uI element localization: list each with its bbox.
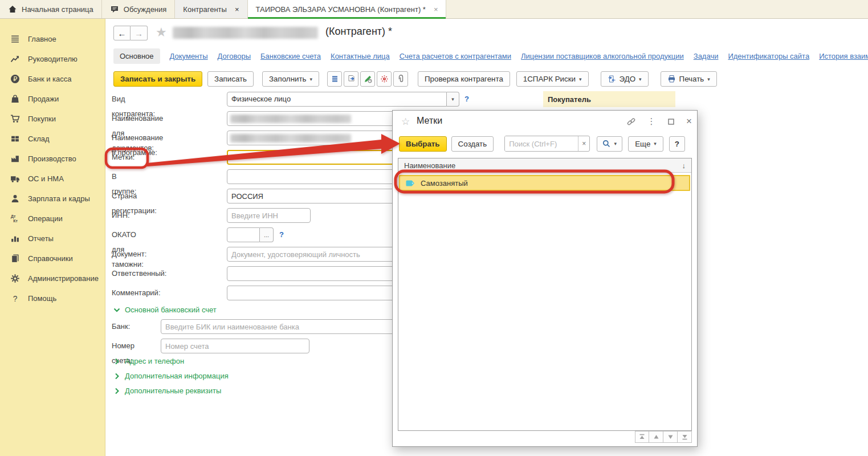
tab-discussions[interactable]: Обсуждения bbox=[102, 0, 176, 18]
sidebar-item-manager[interactable]: Руководителю bbox=[0, 50, 105, 67]
select-button[interactable]: Выбрать bbox=[399, 136, 447, 152]
chevron-collapsed-icon bbox=[113, 388, 120, 394]
okato-input[interactable] bbox=[227, 227, 260, 242]
sidebar-item-warehouse[interactable]: Склад bbox=[0, 130, 105, 147]
go-down-button[interactable] bbox=[663, 431, 678, 443]
tab-bank-accounts[interactable]: Банковские счета bbox=[260, 52, 321, 60]
tag-row-label: Самозанятый bbox=[421, 179, 468, 188]
okato-more-button[interactable]: ... bbox=[260, 227, 274, 242]
truck-icon bbox=[10, 174, 20, 184]
create-button[interactable]: Создать bbox=[451, 136, 494, 152]
sidebar-item-label: Покупки bbox=[28, 115, 56, 123]
back-button[interactable]: ← bbox=[113, 26, 131, 40]
copy-document-button[interactable] bbox=[344, 71, 358, 87]
sidebar-item-sales[interactable]: Продажи bbox=[0, 90, 105, 107]
save-and-close-button[interactable]: Записать и закрыть bbox=[113, 71, 202, 87]
bank-label: Банк: bbox=[112, 319, 130, 334]
sidebar-item-purchases[interactable]: Покупки bbox=[0, 110, 105, 127]
search-input[interactable] bbox=[505, 136, 578, 151]
search-box: × bbox=[504, 136, 590, 152]
tab-contact-persons[interactable]: Контактные лица bbox=[331, 52, 390, 60]
kind-help-link[interactable]: ? bbox=[464, 92, 469, 107]
tab-interaction-history[interactable]: История взаим bbox=[819, 52, 868, 60]
tab-main[interactable]: Основное bbox=[113, 48, 160, 64]
close-icon[interactable]: × bbox=[683, 116, 695, 127]
kind-combobox[interactable]: Физическое лицо bbox=[227, 92, 447, 107]
more-button[interactable]: Еще▾ bbox=[628, 136, 663, 152]
spark-button[interactable] bbox=[377, 71, 392, 87]
comment-label: Комментарий: bbox=[112, 286, 161, 300]
print-button[interactable]: Печать▾ bbox=[661, 71, 717, 87]
structure-icon bbox=[331, 75, 339, 83]
forward-button[interactable]: → bbox=[131, 26, 148, 40]
additional-attrs-section-toggle[interactable]: Дополнительные реквизиты bbox=[113, 386, 221, 395]
tab-counterparties-close-icon[interactable]: × bbox=[235, 5, 239, 14]
additional-info-section-label: Дополнительная информация bbox=[125, 372, 229, 380]
sidebar-item-fixed-assets[interactable]: ОС и НМА bbox=[0, 170, 105, 187]
spark-risks-label: 1СПАРК Риски bbox=[523, 75, 576, 83]
sidebar-item-main[interactable]: Главное bbox=[0, 30, 105, 47]
save-button[interactable]: Записать bbox=[207, 71, 254, 87]
factory-icon bbox=[10, 154, 20, 164]
attachment-button[interactable] bbox=[393, 71, 408, 87]
trend-icon bbox=[10, 54, 20, 64]
sidebar-item-label: Зарплата и кадры bbox=[28, 194, 90, 203]
edo-button[interactable]: ЭДО▾ bbox=[601, 71, 649, 87]
link-icon[interactable] bbox=[625, 116, 637, 127]
sidebar-item-operations[interactable]: ДтКт Операции bbox=[0, 210, 105, 227]
address-section-toggle[interactable]: Адрес и телефон bbox=[113, 357, 184, 365]
favorite-star-icon[interactable]: ★ bbox=[156, 25, 167, 40]
menu-dots-icon[interactable]: ⋮ bbox=[646, 116, 657, 127]
sidebar-item-payroll-hr[interactable]: Зарплата и кадры bbox=[0, 190, 105, 207]
fill-button[interactable]: Заполнить▾ bbox=[262, 71, 319, 87]
tag-row-self-employed[interactable]: Самозанятый bbox=[399, 175, 690, 191]
bar-chart-icon bbox=[10, 234, 20, 243]
sidebar-item-administration[interactable]: Администрирование bbox=[0, 270, 105, 287]
sidebar-item-reports[interactable]: Отчеты bbox=[0, 230, 105, 247]
go-last-button[interactable] bbox=[678, 431, 692, 443]
print-label: Печать bbox=[679, 75, 704, 83]
sidebar-item-directories[interactable]: Справочники bbox=[0, 250, 105, 267]
tab-counterparty-card[interactable]: ТАИРОВА ЭЛЬЗАРА УСМАНОВНА (Контрагент) *… bbox=[248, 0, 447, 18]
tab-alcohol-licenses[interactable]: Лицензии поставщиков алкогольной продукц… bbox=[521, 52, 684, 60]
sidebar-item-help[interactable]: ? Помощь bbox=[0, 290, 105, 307]
tab-contracts[interactable]: Договоры bbox=[218, 52, 251, 60]
attachment-icon bbox=[397, 75, 405, 83]
sidebar-item-bank-cash[interactable]: Банк и касса bbox=[0, 70, 105, 87]
pen-history-button[interactable] bbox=[360, 71, 375, 87]
go-up-button[interactable] bbox=[649, 431, 663, 443]
search-clear-icon[interactable]: × bbox=[578, 136, 589, 151]
tab-counterparties[interactable]: Контрагенты × bbox=[175, 0, 247, 18]
grid-icon bbox=[10, 134, 20, 144]
search-mode-button[interactable]: ▾ bbox=[597, 136, 622, 152]
tab-tasks[interactable]: Задачи bbox=[694, 52, 719, 60]
bank-account-section-toggle[interactable]: Основной банковский счет bbox=[113, 306, 217, 314]
kind-dropdown-button[interactable]: ▾ bbox=[447, 92, 459, 107]
chevron-down-icon: ▾ bbox=[614, 141, 617, 146]
responsible-label: Ответственный: bbox=[112, 266, 166, 281]
discussions-icon bbox=[110, 5, 119, 14]
tab-home-page[interactable]: Начальная страница bbox=[0, 0, 102, 18]
inn-input[interactable] bbox=[227, 208, 311, 223]
favorite-star-outline-icon[interactable]: ☆ bbox=[401, 116, 410, 128]
print-icon bbox=[667, 75, 676, 83]
tags-dialog-toolbar: Выбрать Создать × ▾ Еще▾ ? bbox=[399, 136, 691, 152]
books-icon bbox=[10, 254, 20, 263]
tab-settlement-accounts[interactable]: Счета расчетов с контрагентами bbox=[400, 52, 511, 60]
okato-help-link[interactable]: ? bbox=[279, 227, 284, 242]
tags-table-header[interactable]: Наименование ↓ bbox=[398, 158, 691, 173]
tab-documents[interactable]: Документы bbox=[170, 52, 208, 60]
sidebar-item-production[interactable]: Производство bbox=[0, 150, 105, 167]
structure-button[interactable] bbox=[327, 71, 342, 87]
spark-risks-button[interactable]: 1СПАРК Риски▾ bbox=[516, 71, 589, 87]
tab-site-identifiers[interactable]: Идентификаторы сайта bbox=[728, 52, 809, 60]
additional-info-section-toggle[interactable]: Дополнительная информация bbox=[113, 372, 229, 380]
help-button[interactable]: ? bbox=[669, 136, 685, 152]
tab-counterparty-card-close-icon[interactable]: × bbox=[434, 5, 438, 14]
maximize-icon[interactable] bbox=[665, 116, 677, 127]
bank-account-section-label: Основной банковский счет bbox=[125, 306, 217, 314]
sidebar-item-label: Помощь bbox=[28, 294, 56, 303]
check-counterparty-button[interactable]: Проверка контрагента bbox=[418, 71, 510, 87]
account-input[interactable] bbox=[161, 339, 309, 353]
go-first-button[interactable] bbox=[635, 431, 649, 443]
